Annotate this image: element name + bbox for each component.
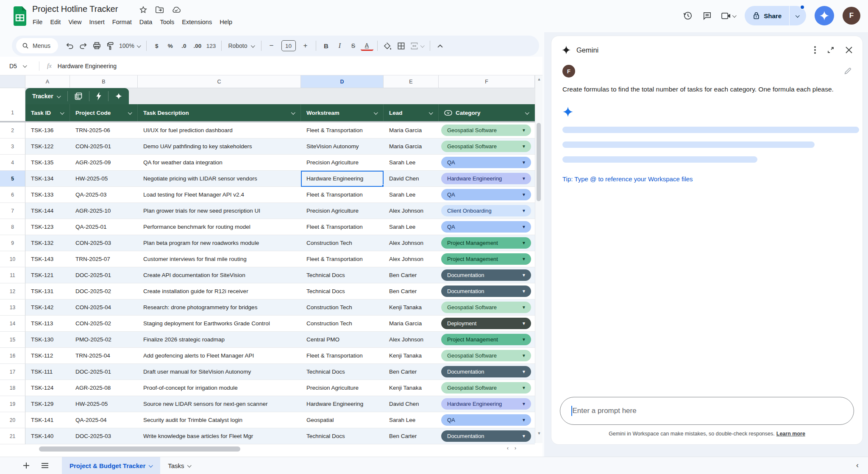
row-number[interactable]: 20 (0, 412, 25, 428)
filter-caret-icon[interactable] (291, 110, 295, 114)
chip-dropdown-caret-icon[interactable]: ▼ (522, 225, 526, 229)
cell-task-description[interactable]: UI/UX for fuel prediction dashboard (138, 122, 301, 139)
row-number[interactable]: 19 (0, 396, 25, 412)
cell-task-id[interactable]: TSK-123 (25, 219, 70, 235)
menu-format[interactable]: Format (108, 17, 136, 27)
row-number[interactable]: 14 (0, 316, 25, 332)
category-chip[interactable]: QA▼ (441, 189, 531, 200)
cell-lead[interactable]: Ben Carter (384, 283, 439, 299)
row-number[interactable]: 15 (0, 332, 25, 348)
increase-decimals-button[interactable]: .00 (191, 39, 204, 52)
cell-task-id[interactable]: TSK-134 (25, 171, 70, 187)
menu-edit[interactable]: Edit (46, 17, 64, 27)
column-header-E[interactable]: E (384, 75, 439, 88)
add-sheet-button[interactable] (17, 462, 36, 469)
collapse-panel-chevron[interactable]: ‹ (856, 461, 859, 470)
row-number[interactable]: 8 (0, 219, 25, 235)
cell-workstream[interactable]: Central PMO (301, 332, 384, 348)
category-chip[interactable]: Documentation▼ (441, 430, 531, 442)
category-chip[interactable]: Geospatial Software▼ (441, 125, 531, 136)
text-color-button[interactable]: A (361, 41, 373, 51)
category-chip[interactable]: Geospatial Software▼ (441, 382, 531, 394)
chip-dropdown-caret-icon[interactable]: ▼ (522, 305, 526, 310)
row-number[interactable]: 21 (0, 428, 25, 444)
header-task-id[interactable]: Task ID (25, 104, 70, 121)
version-history-icon[interactable] (682, 10, 693, 21)
comments-icon[interactable] (701, 10, 712, 21)
cell-workstream[interactable]: Precision Agriculture (301, 203, 384, 219)
cell-project-code[interactable]: CON-2025-03 (70, 235, 138, 251)
video-call-caret-icon[interactable] (732, 13, 737, 17)
category-chip[interactable]: QA▼ (441, 414, 531, 426)
filter-caret-icon[interactable] (60, 110, 64, 114)
cell-task-id[interactable]: TSK-113 (25, 316, 70, 332)
cell-workstream[interactable]: Technical Docs (301, 364, 384, 380)
cell-workstream[interactable]: Hardware Engineering (301, 171, 384, 187)
cell-task-description[interactable]: QA for weather data integration (138, 155, 301, 171)
cell-project-code[interactable]: AGR-2025-10 (70, 203, 138, 219)
increase-font-size-button[interactable]: + (299, 39, 312, 52)
cell-workstream[interactable]: Geospatial (301, 412, 384, 428)
menu-extensions[interactable]: Extensions (178, 17, 216, 27)
cell-task-id[interactable]: TSK-130 (25, 332, 70, 348)
cell-task-description[interactable]: Performance benchmark for routing model (138, 219, 301, 235)
cell-workstream[interactable]: Precision Agriculture (301, 380, 384, 396)
category-chip[interactable]: Client Onboarding▼ (441, 205, 531, 216)
cell-task-description[interactable]: Add geofencing alerts to Fleet Manager A… (138, 348, 301, 364)
cell-lead[interactable]: Alex Johnson (384, 235, 439, 251)
row-number[interactable]: 1 (0, 104, 25, 121)
cell-task-id[interactable]: TSK-124 (25, 380, 70, 396)
cell-task-description[interactable]: Finalize 2026 strategic roadmap (138, 332, 301, 348)
cell-task-description[interactable]: Plan grower trials for new seed prescrip… (138, 203, 301, 219)
horizontal-scroll-thumb[interactable] (39, 446, 240, 452)
cell-lead[interactable]: Sarah Lee (384, 412, 439, 428)
chip-dropdown-caret-icon[interactable]: ▼ (522, 354, 526, 358)
star-icon[interactable] (139, 6, 147, 14)
cell-task-id[interactable]: TSK-122 (25, 139, 70, 155)
cell-task-id[interactable]: TSK-144 (25, 203, 70, 219)
filter-caret-icon[interactable] (374, 110, 378, 114)
cell-task-id[interactable]: TSK-129 (25, 396, 70, 412)
column-header-B[interactable]: B (70, 75, 138, 88)
font-size-input[interactable]: 10 (281, 40, 296, 51)
header-task-description[interactable]: Task Description (138, 104, 301, 121)
chip-dropdown-caret-icon[interactable]: ▼ (522, 338, 526, 342)
cell-task-id[interactable]: TSK-133 (25, 187, 70, 203)
hide-toolbar-button[interactable] (434, 39, 447, 52)
row-number[interactable]: 5 (0, 171, 25, 187)
category-chip[interactable]: QA▼ (441, 221, 531, 233)
italic-button[interactable]: I (334, 39, 346, 52)
column-header-D[interactable]: D (301, 75, 384, 88)
cell-project-code[interactable]: DOC-2025-03 (70, 428, 138, 444)
cell-task-id[interactable]: TSK-141 (25, 412, 70, 428)
redo-button[interactable] (77, 39, 89, 52)
pop-out-icon[interactable] (827, 46, 835, 54)
cell-task-id[interactable]: TSK-135 (25, 155, 70, 171)
chip-dropdown-caret-icon[interactable]: ▼ (522, 402, 526, 406)
menu-tools[interactable]: Tools (156, 17, 178, 27)
cell-project-code[interactable]: AGR-2025-09 (70, 155, 138, 171)
formula-input[interactable]: Hardware Engineering (58, 63, 117, 69)
filter-caret-icon[interactable] (429, 110, 433, 114)
cell-workstream[interactable]: Technical Docs (301, 428, 384, 444)
cell-lead[interactable]: Alex Johnson (384, 203, 439, 219)
cell-project-code[interactable]: CON-2025-01 (70, 139, 138, 155)
edit-prompt-icon[interactable] (844, 67, 851, 75)
document-title[interactable]: Project Hotline Tracker (32, 4, 118, 14)
decrease-font-size-button[interactable]: − (265, 39, 278, 52)
category-chip[interactable]: Project Management▼ (441, 334, 531, 345)
bolt-icon[interactable] (89, 88, 108, 104)
cell-workstream[interactable]: Technical Docs (301, 267, 384, 283)
chip-dropdown-caret-icon[interactable]: ▼ (522, 241, 526, 245)
chip-dropdown-caret-icon[interactable]: ▼ (522, 434, 526, 438)
format-percent-button[interactable]: % (164, 39, 177, 52)
video-call-button[interactable] (721, 12, 736, 20)
row-number[interactable]: 2 (0, 122, 25, 139)
borders-button[interactable] (395, 39, 408, 52)
vertical-scroll-thumb[interactable] (537, 123, 541, 201)
cell-workstream[interactable]: Fleet & Transportation (301, 348, 384, 364)
column-header-C[interactable]: C (138, 75, 301, 88)
filter-caret-icon[interactable] (128, 110, 132, 114)
cell-lead[interactable]: Ben Carter (384, 364, 439, 380)
chip-dropdown-caret-icon[interactable]: ▼ (522, 289, 526, 294)
